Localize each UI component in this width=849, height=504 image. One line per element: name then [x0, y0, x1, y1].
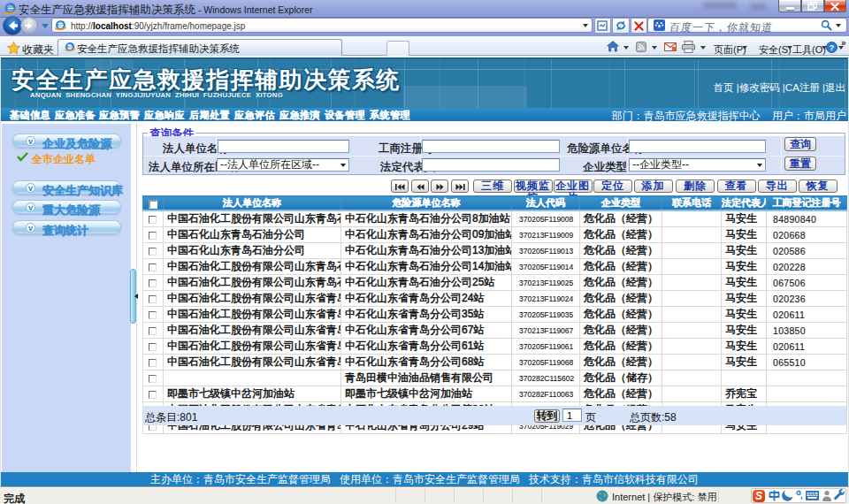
svg-text:?: ? — [830, 42, 835, 52]
